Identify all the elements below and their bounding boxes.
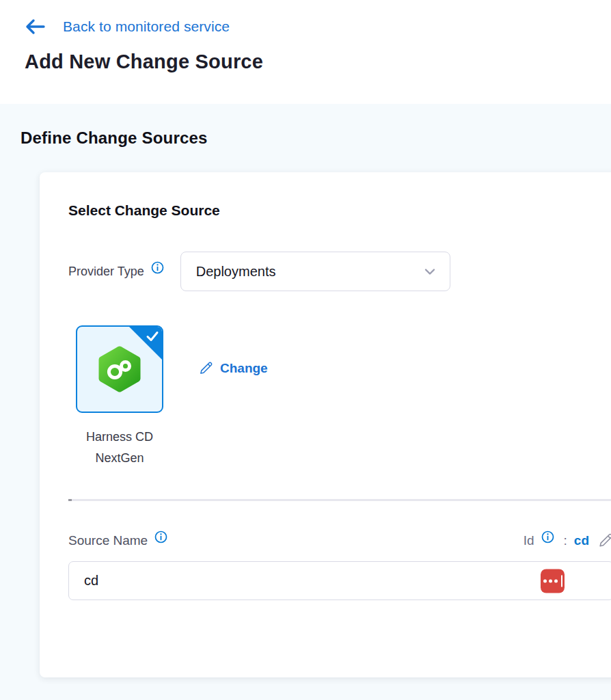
pencil-icon	[198, 361, 213, 376]
source-name-row: Source Name Id	[68, 533, 611, 549]
id-separator: :	[564, 533, 567, 548]
source-name-label: Source Name	[68, 533, 148, 548]
section-heading: Define Change Sources	[21, 129, 611, 148]
source-name-input[interactable]	[68, 561, 611, 600]
password-manager-autofill-icon[interactable]	[541, 569, 565, 593]
provider-type-label: Provider Type	[68, 265, 144, 279]
info-icon[interactable]	[154, 530, 167, 543]
provider-tile-row: Harness CD NextGen Change	[68, 325, 611, 469]
back-link-label: Back to monitored service	[63, 18, 230, 35]
identifier-group: Id : cd	[524, 533, 611, 549]
id-value: cd	[574, 533, 589, 548]
provider-type-row: Provider Type Deployments	[68, 252, 611, 291]
info-icon[interactable]	[151, 261, 164, 274]
back-link[interactable]: Back to monitored service	[25, 18, 230, 36]
provider-name-line2: NextGen	[86, 448, 153, 469]
page-header: Back to monitored service Add New Change…	[0, 0, 611, 104]
provider-tile-harness-cd-nextgen[interactable]	[76, 325, 163, 413]
dot	[543, 579, 547, 582]
change-link-label: Change	[220, 361, 268, 376]
provider-type-selected: Deployments	[196, 264, 276, 280]
provider-name-line1: Harness CD	[86, 427, 153, 448]
dot	[554, 579, 558, 582]
card-heading: Select Change Source	[68, 202, 611, 219]
info-icon[interactable]	[541, 530, 554, 543]
dot	[549, 579, 552, 582]
provider-type-dropdown[interactable]: Deployments	[180, 252, 450, 291]
change-provider-link[interactable]: Change	[198, 361, 268, 376]
divider	[68, 499, 611, 501]
edit-id-pencil-icon[interactable]	[597, 533, 611, 549]
change-source-card: Select Change Source Provider Type Deplo…	[40, 172, 611, 677]
define-change-sources-section: Define Change Sources Select Change Sour…	[0, 104, 611, 677]
source-name-input-wrap	[68, 561, 611, 600]
provider-tile-caption: Harness CD NextGen	[86, 427, 153, 469]
back-arrow-icon	[25, 18, 45, 36]
harness-cd-logo-icon	[96, 345, 143, 394]
chevron-down-icon	[422, 264, 437, 279]
cursor-bar	[561, 575, 562, 587]
id-label: Id	[524, 533, 534, 548]
page-title: Add New Change Source	[25, 51, 611, 73]
